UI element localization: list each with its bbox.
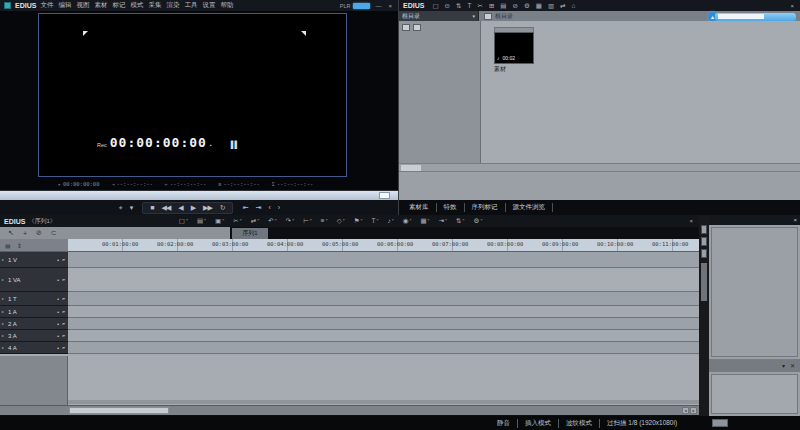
track-mute-dot[interactable]: • bbox=[57, 309, 59, 315]
track-patch-icon[interactable]: ▰ bbox=[62, 309, 65, 314]
minimize-button[interactable]: — bbox=[373, 3, 383, 9]
rec-mode-chip[interactable] bbox=[353, 3, 370, 9]
timeline-vscrollbar[interactable] bbox=[699, 215, 709, 416]
settings-icon[interactable]: ⚙ bbox=[474, 217, 483, 225]
properties-icon[interactable]: ⚙ bbox=[524, 2, 530, 10]
palette-close-button[interactable]: × bbox=[793, 217, 797, 223]
menu-item-1[interactable]: 编辑 bbox=[58, 1, 71, 10]
menu-item-8[interactable]: 工具 bbox=[184, 1, 197, 10]
disable-tool[interactable]: ⊘ bbox=[36, 229, 42, 237]
track-lane-1v[interactable] bbox=[68, 252, 699, 268]
stop-button[interactable]: ■ bbox=[150, 204, 153, 211]
track-header-1t[interactable]: ▸1 T•▰ bbox=[0, 292, 68, 306]
detail-view-icon[interactable]: ▥ bbox=[548, 2, 554, 10]
search-icon[interactable]: ⊙ bbox=[445, 2, 450, 10]
new-clip-icon[interactable]: ▢ bbox=[432, 2, 438, 10]
menu-item-10[interactable]: 帮助 bbox=[220, 1, 233, 10]
bin-splitter-thumb[interactable] bbox=[401, 165, 421, 171]
palette-resize-chip[interactable] bbox=[712, 419, 728, 427]
track-patch-icon[interactable]: ▰ bbox=[62, 321, 65, 326]
capture-icon[interactable]: ⇅ bbox=[456, 2, 461, 10]
track-lane-4a[interactable] bbox=[68, 342, 699, 354]
track-lane-1a[interactable] bbox=[68, 306, 699, 318]
track-header-4a[interactable]: ▸4 A•▰ bbox=[0, 342, 68, 354]
search-input[interactable] bbox=[718, 14, 764, 19]
bin-splitter[interactable] bbox=[399, 163, 800, 172]
delete-icon[interactable]: ⊘ bbox=[513, 2, 518, 10]
scroll-left-button[interactable]: ◂ bbox=[682, 407, 689, 414]
loop-button[interactable]: ↻ bbox=[220, 204, 225, 212]
track-patch-icon[interactable]: ▰ bbox=[62, 296, 65, 301]
tree-collapse-icon[interactable] bbox=[402, 24, 410, 31]
vscroll-chip-2[interactable] bbox=[701, 237, 707, 246]
layout-icon[interactable]: ▦ bbox=[420, 217, 429, 225]
ripple-icon[interactable]: ⇄ bbox=[251, 217, 259, 225]
cut-icon[interactable]: ✂ bbox=[477, 2, 482, 10]
palette-upper-pane[interactable] bbox=[711, 227, 798, 357]
clip-thumbnail[interactable]: ♪ 00:02 bbox=[494, 32, 534, 64]
redo-icon[interactable]: ↷ bbox=[286, 217, 294, 225]
paste-icon[interactable]: ▤ bbox=[500, 2, 506, 10]
track-height-icon[interactable]: ▤ bbox=[5, 242, 11, 249]
palette-lower-pane[interactable] bbox=[711, 374, 798, 414]
goto-out-button[interactable]: ⇥ bbox=[256, 204, 261, 212]
player-mode-label[interactable]: PLR bbox=[340, 3, 351, 9]
track-header-2a[interactable]: ▸2 A•▰ bbox=[0, 318, 68, 330]
marker-icon[interactable]: ⚑ bbox=[354, 217, 363, 225]
add-point-tool[interactable]: + bbox=[23, 230, 27, 237]
capture-icon[interactable]: ⇅ bbox=[456, 217, 464, 225]
menu-item-4[interactable]: 标记 bbox=[112, 1, 125, 10]
track-mute-dot[interactable]: • bbox=[57, 296, 59, 302]
menu-item-7[interactable]: 渲染 bbox=[166, 1, 179, 10]
track-lane-3a[interactable] bbox=[68, 330, 699, 342]
step-back-button[interactable]: ◀ bbox=[178, 204, 182, 212]
scroll-right-button[interactable]: ▸ bbox=[690, 407, 697, 414]
new-sequence-icon[interactable]: ▢ bbox=[179, 217, 188, 225]
undo-icon[interactable]: ↶ bbox=[268, 217, 276, 225]
play-button[interactable]: ▶ bbox=[191, 204, 195, 212]
track-lane-1t[interactable] bbox=[68, 292, 699, 306]
timecode-ruler[interactable]: 00:01:00:0000:02:00:0000:03:00:0000:04:0… bbox=[68, 239, 699, 252]
select-tool[interactable]: ↖ bbox=[8, 229, 14, 237]
bin-tab-3[interactable]: 源文件浏览 bbox=[506, 203, 554, 212]
bin-tab-0[interactable]: 素材库 bbox=[402, 203, 437, 212]
clip-card[interactable]: ♪ 00:02 素材 bbox=[494, 27, 534, 74]
timeline-hscrollbar[interactable]: ◂ ▸ bbox=[0, 405, 699, 415]
track-lane-2a[interactable] bbox=[68, 318, 699, 330]
bin-clip-area[interactable]: ♪ 00:02 素材 bbox=[481, 21, 800, 163]
hscrollbar-thumb[interactable] bbox=[69, 407, 169, 414]
track-header-1a[interactable]: ▸1 A•▰ bbox=[0, 306, 68, 318]
menu-item-9[interactable]: 设置 bbox=[202, 1, 215, 10]
bin-folder-tree[interactable] bbox=[399, 21, 481, 163]
rewind-button[interactable]: ◀◀ bbox=[162, 204, 171, 212]
track-mute-dot[interactable]: • bbox=[57, 277, 59, 283]
fast-forward-button[interactable]: ▶▶ bbox=[203, 204, 212, 212]
track-header-3a[interactable]: ▸3 A•▰ bbox=[0, 330, 68, 342]
timeline-empty-area[interactable] bbox=[68, 356, 699, 405]
goto-in-button[interactable]: ⇤ bbox=[243, 204, 248, 212]
add-marker-button[interactable]: ⌖ bbox=[119, 204, 122, 212]
sync-icon[interactable]: ⇄ bbox=[560, 2, 565, 10]
mute-icon[interactable]: ◉ bbox=[403, 217, 412, 225]
track-patch-icon[interactable]: ▰ bbox=[62, 333, 65, 338]
effect-icon[interactable]: ◇ bbox=[337, 217, 345, 225]
cut-icon[interactable]: ✂ bbox=[233, 217, 241, 225]
folder-dropdown[interactable]: 根目录 ▾ bbox=[399, 11, 479, 21]
clear-icon[interactable]: ✕ bbox=[790, 362, 795, 369]
track-expand-icon[interactable]: ▸ bbox=[2, 296, 4, 301]
shuttle-handle[interactable] bbox=[379, 192, 390, 199]
track-mute-dot[interactable]: • bbox=[57, 321, 59, 327]
menu-item-3[interactable]: 素材 bbox=[94, 1, 107, 10]
group-tool[interactable]: ⊂ bbox=[51, 229, 57, 237]
track-expand-icon[interactable]: ▸ bbox=[2, 277, 4, 282]
track-mute-dot[interactable]: • bbox=[57, 333, 59, 339]
menu-item-0[interactable]: 文件 bbox=[40, 1, 53, 10]
track-mute-dot[interactable]: • bbox=[57, 257, 59, 263]
title-icon[interactable]: T bbox=[372, 217, 379, 225]
vscroll-chip-1[interactable] bbox=[701, 225, 707, 234]
menu-item-2[interactable]: 视图 bbox=[76, 1, 89, 10]
menu-item-6[interactable]: 采集 bbox=[148, 1, 161, 10]
next-edit-button[interactable]: › bbox=[278, 204, 279, 211]
track-header-1va[interactable]: ▸1 VA•▰ bbox=[0, 268, 68, 292]
expand-all-icon[interactable]: ⇕ bbox=[17, 242, 22, 249]
